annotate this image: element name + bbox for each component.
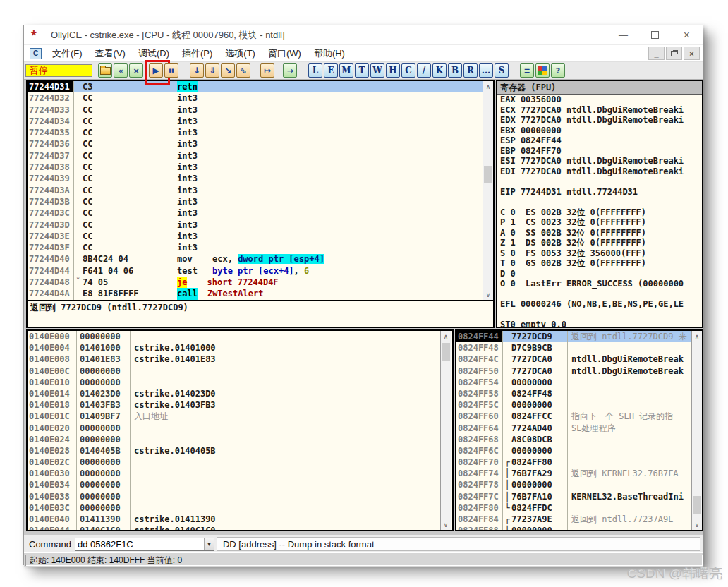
stack-row[interactable]: 0824FF78│00000000 — [456, 479, 702, 490]
view-log-button[interactable]: L — [308, 63, 322, 78]
view-breakpoints-button[interactable]: B — [448, 63, 462, 78]
register-line[interactable]: EDI 7727DCA0 ntdll.DbgUiRemoteBreaki — [497, 167, 702, 177]
dump-row[interactable]: 0140E014014023D0cstrike.014023D0 — [28, 388, 452, 399]
disasm-row[interactable]: 77244D4AE8 81F8FFFFcallZwTestAlert — [28, 288, 493, 299]
disasm-row[interactable]: 77244D3ACCint3 — [28, 185, 493, 196]
view-threads-button[interactable]: T — [355, 63, 369, 78]
stack-row[interactable]: 0824FF7C│76B7FA10KERNEL32.BaseThreadIni — [456, 491, 702, 502]
stack-row[interactable]: 0824FF68A8C08DCB — [456, 434, 702, 445]
step-over-button[interactable]: ⇓ — [205, 63, 219, 78]
register-line[interactable] — [497, 310, 702, 320]
mdi-restore-button[interactable] — [666, 47, 682, 60]
dump-row[interactable]: 0140E00000000000 — [28, 331, 452, 342]
register-line[interactable]: S 0 FS 0053 32位 356000(FFF) — [497, 248, 702, 259]
register-line[interactable] — [497, 176, 702, 187]
register-line[interactable]: ST0 empty 0.0 — [497, 320, 702, 328]
stack-row[interactable]: 0824FF507727DCA0ntdll.DbgUiRemoteBreak — [456, 365, 702, 377]
stack-row[interactable]: 0824FF5400000000 — [456, 377, 702, 388]
command-input[interactable] — [75, 538, 204, 550]
ollyice-app-icon[interactable]: * — [31, 30, 45, 40]
registers-pane[interactable]: 寄存器 (FPU) EAX 00356000ECX 7727DCA0 ntdll… — [496, 80, 703, 328]
dump-row[interactable]: 0140E02400000000 — [28, 434, 452, 445]
stack-row[interactable]: 0824FF70┌0824FF80 — [456, 456, 702, 468]
dump-row[interactable]: 0140E04001411390cstrike.01411390 — [28, 514, 452, 525]
dump-row[interactable]: 0140E01000000000 — [28, 377, 452, 388]
dump-pane[interactable]: 0140E000000000000140E00401401000cstrike.… — [26, 329, 454, 531]
register-line[interactable]: ESI 7727DCA0 ntdll.DbgUiRemoteBreaki — [497, 156, 702, 167]
stack-scrollbar[interactable]: ∧ ∨ — [691, 331, 702, 530]
combo-dropdown-button[interactable]: ▼ — [204, 538, 214, 550]
scroll-down-icon[interactable]: ∨ — [692, 519, 702, 530]
view-memory-button[interactable]: M — [339, 63, 353, 78]
scroll-thumb[interactable] — [693, 496, 701, 514]
register-line[interactable]: A 0 SS 002B 32位 0(FFFFFFFF) — [497, 228, 702, 238]
register-line[interactable]: EBX 00000000 — [497, 126, 702, 136]
disasm-row[interactable]: 77244D44F641 04 06testbyte ptr [ecx+4], … — [28, 265, 493, 277]
dump-row[interactable]: 0140E0280140405Bcstrike.0140405B — [28, 445, 452, 456]
scroll-up-icon[interactable]: ∧ — [692, 331, 702, 341]
disasm-row[interactable]: 77244D33CCint3 — [28, 104, 493, 116]
disasm-row[interactable]: 77244D38CCint3 — [28, 162, 493, 173]
disasm-row[interactable]: 77244D48ˇ74 05jeshort 77244D4F — [28, 277, 493, 288]
dump-row[interactable]: 0140E02C00000000 — [28, 456, 452, 468]
view-windows-button[interactable]: W — [370, 63, 384, 78]
menu-item[interactable]: 调试(D) — [132, 47, 176, 60]
disasm-row[interactable]: 77244D36CCint3 — [28, 138, 493, 150]
scroll-up-icon[interactable]: ∧ — [441, 331, 451, 341]
stack-row[interactable]: 0824FF48D7C9B9CB — [456, 342, 702, 353]
register-line[interactable]: EDX 7727DCA0 ntdll.DbgUiRemoteBreaki — [497, 115, 702, 126]
menu-item[interactable]: 文件(F) — [46, 47, 89, 60]
disasm-row[interactable]: 77244D3BCCint3 — [28, 196, 493, 207]
dump-row[interactable]: 0140E03000000000 — [28, 468, 452, 479]
mdi-minimize-button[interactable]: _ — [648, 47, 665, 60]
disasm-row[interactable]: 77244D3FCCint3 — [28, 242, 493, 253]
disassembly-pane[interactable]: 77244D31C3retn77244D32CCint377244D33CCin… — [26, 80, 495, 328]
menu-item[interactable]: 帮助(H) — [308, 47, 351, 60]
register-line[interactable] — [497, 289, 702, 300]
stack-row[interactable]: 0824FF447727DCD9返回到 ntdll.7727DCD9 来 — [456, 331, 702, 342]
disasm-row[interactable]: 77244D35CCint3 — [28, 127, 493, 138]
stack-row[interactable]: 0824FF4C7727DCA0ntdll.DbgUiRemoteBreak — [456, 353, 702, 365]
register-line[interactable]: Z 1 DS 002B 32位 0(FFFFFFFF) — [497, 238, 702, 248]
register-line[interactable]: EIP 77244D31 ntdll.77244D31 — [497, 187, 702, 198]
stack-row[interactable]: 0824FF647724AD40SE处理程序 — [456, 423, 702, 434]
menu-item[interactable]: 查看(V) — [89, 47, 132, 60]
view-cpu-button[interactable]: C — [401, 63, 415, 78]
stack-row[interactable]: 0824FF80└0824FFDC — [456, 502, 702, 514]
view-run-trace-button[interactable]: ... — [479, 63, 493, 78]
minimize-button[interactable]: — — [607, 25, 639, 44]
view-executables-button[interactable]: E — [324, 63, 338, 78]
disasm-row[interactable]: 77244D37CCint3 — [28, 150, 493, 162]
stack-row[interactable]: 0824FF5C00000000 — [456, 399, 702, 411]
pause-button[interactable]: ▮▮ — [164, 63, 178, 78]
dump-row[interactable]: 0140E03400000000 — [28, 479, 452, 490]
disassembly-scrollbar[interactable]: ∧ ∨ — [483, 81, 493, 300]
animate-into-button[interactable]: ↘ — [221, 63, 235, 78]
register-line[interactable]: EBP 0824FF70 — [497, 146, 702, 157]
register-line[interactable]: P 1 CS 0023 32位 0(FFFFFFFF) — [497, 217, 702, 228]
disasm-row[interactable]: 77244D32CCint3 — [28, 92, 493, 104]
disasm-row[interactable]: 77244D3ECCint3 — [28, 231, 493, 242]
close-program-button[interactable]: × — [129, 63, 143, 78]
register-line[interactable] — [497, 197, 702, 207]
maximize-button[interactable] — [639, 25, 671, 44]
stack-row[interactable]: 0824FF84┌77237A9E返回到 ntdll.77237A9E — [456, 514, 702, 525]
dump-row[interactable]: 0140E03C00000000 — [28, 502, 452, 514]
disasm-row[interactable]: 77244D3DCCint3 — [28, 219, 493, 231]
dump-row[interactable]: 0140E01C01409BF7入口地址 — [28, 411, 452, 422]
open-file-button[interactable] — [98, 63, 112, 78]
view-references-button[interactable]: R — [463, 63, 478, 78]
dump-scrollbar[interactable]: ∧ ∨ — [440, 331, 451, 530]
stack-row[interactable]: 0824FF600824FFCC指向下一个 SEH 记录的指 — [456, 411, 702, 422]
register-line[interactable]: D 0 — [497, 269, 702, 279]
register-line[interactable]: ECX 7727DCA0 ntdll.DbgUiRemoteBreaki — [497, 105, 702, 116]
disasm-row[interactable]: 77244D31C3retn — [28, 81, 493, 92]
view-source-button[interactable]: S — [495, 63, 509, 78]
view-patches-button[interactable]: / — [417, 63, 431, 78]
dump-row[interactable]: 0140E0440140C1C0cstrike.0140C1C0 — [28, 525, 452, 531]
animate-over-button[interactable]: ⇘ — [236, 63, 250, 78]
run-button[interactable]: ▶ — [149, 63, 163, 78]
dump-row[interactable]: 0140E00801401E83cstrike.01401E83 — [28, 353, 452, 365]
stack-pane[interactable]: 0824FF447727DCD9返回到 ntdll.7727DCD9 来0824… — [455, 329, 703, 531]
disasm-row[interactable]: 77244D39CCint3 — [28, 173, 493, 184]
